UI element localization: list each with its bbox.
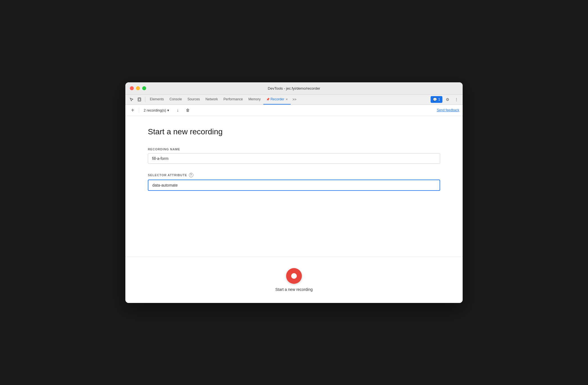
chevron-down-icon: ▾: [167, 108, 169, 112]
action-area: Start a new recording: [125, 257, 463, 303]
recorder-toolbar: + 2 recording(s) ▾ ↓ 🗑 Send feedback: [125, 105, 463, 116]
page-title: Start a new recording: [148, 127, 440, 136]
devtools-tab-bar: Elements Console Sources Network Perform…: [125, 95, 463, 105]
add-recording-button[interactable]: +: [129, 106, 137, 114]
trash-icon: 🗑: [186, 108, 190, 112]
tab-performance[interactable]: Performance: [221, 94, 246, 105]
tab-elements[interactable]: Elements: [147, 94, 167, 105]
title-bar: DevTools - jec.fyi/demo/recorder: [125, 82, 463, 95]
record-dot-icon: [291, 273, 297, 279]
gear-icon: ⚙: [446, 97, 449, 102]
close-button[interactable]: [130, 86, 134, 90]
tab-memory[interactable]: Memory: [246, 94, 263, 105]
tab-console[interactable]: Console: [167, 94, 185, 105]
svg-rect-1: [139, 98, 140, 100]
cursor-icon: [130, 98, 134, 101]
cursor-icon-btn[interactable]: [128, 96, 135, 103]
download-icon: ↓: [177, 108, 179, 113]
recording-name-input[interactable]: [148, 153, 440, 164]
tab-recorder-close[interactable]: ✕: [286, 98, 288, 101]
recording-name-section: RECORDING NAME: [148, 148, 440, 164]
pin-icon: 📌: [266, 98, 270, 101]
help-icon[interactable]: ?: [189, 173, 193, 177]
selector-attribute-input[interactable]: [148, 180, 440, 191]
ellipsis-vertical-icon: ⋮: [454, 97, 458, 102]
maximize-button[interactable]: [142, 86, 146, 90]
more-options-button[interactable]: ⋮: [453, 96, 460, 103]
start-recording-label: Start a new recording: [275, 287, 313, 292]
selector-attribute-section: SELECTOR ATTRIBUTE ?: [148, 173, 440, 191]
settings-button[interactable]: ⚙: [444, 96, 451, 103]
recording-selector[interactable]: 2 recording(s) ▾: [141, 107, 171, 114]
send-feedback-link[interactable]: Send feedback: [437, 108, 459, 112]
selector-attribute-label: SELECTOR ATTRIBUTE ?: [148, 173, 440, 177]
chat-button[interactable]: 💬 1: [431, 96, 442, 103]
delete-recording-button[interactable]: 🗑: [184, 106, 192, 114]
start-recording-button[interactable]: [286, 268, 302, 284]
device-icon-btn[interactable]: [135, 96, 143, 103]
device-icon: [137, 98, 141, 101]
main-content: Start a new recording RECORDING NAME SEL…: [125, 116, 463, 257]
toolbar-divider-1: [139, 107, 139, 113]
minimize-button[interactable]: [136, 86, 140, 90]
window-title: DevTools - jec.fyi/demo/recorder: [268, 86, 320, 90]
download-recording-button[interactable]: ↓: [174, 106, 182, 114]
tab-divider-1: [145, 97, 145, 102]
tab-network[interactable]: Network: [203, 94, 221, 105]
tabs-right-actions: 💬 1 ⚙ ⋮: [431, 96, 460, 103]
recording-name-label: RECORDING NAME: [148, 148, 440, 151]
chat-icon: 💬: [433, 98, 437, 101]
tab-sources[interactable]: Sources: [185, 94, 203, 105]
tab-recorder[interactable]: 📌 Recorder ✕: [263, 94, 290, 105]
more-tabs-button[interactable]: >>: [291, 96, 298, 103]
window-controls: [130, 86, 146, 90]
devtools-window: DevTools - jec.fyi/demo/recorder Element…: [125, 82, 463, 303]
